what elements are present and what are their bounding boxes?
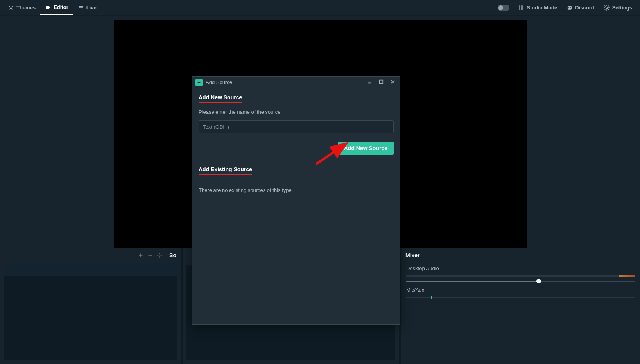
svg-point-1 bbox=[570, 7, 571, 8]
columns-icon bbox=[518, 5, 524, 11]
add-source-modal: Add Source Add New Source Please enter t… bbox=[192, 76, 400, 325]
maximize-button[interactable] bbox=[379, 79, 384, 85]
svg-point-5 bbox=[199, 82, 201, 83]
svg-rect-6 bbox=[380, 80, 383, 84]
mixer-label-mic: Mic/Aux bbox=[406, 287, 635, 293]
scenes-list[interactable] bbox=[4, 263, 177, 360]
nav-editor[interactable]: Editor bbox=[40, 0, 73, 15]
nav-live-label: Live bbox=[86, 5, 97, 11]
section-add-existing: Add Existing Source bbox=[199, 166, 252, 175]
section-add-new: Add New Source bbox=[199, 94, 242, 103]
mixer-label-desktop: Desktop Audio bbox=[406, 265, 635, 271]
nav-live[interactable]: Live bbox=[73, 0, 101, 15]
mixer-panel: Mixer Desktop Audio Mic/Aux bbox=[401, 248, 640, 364]
nav-themes[interactable]: Themes bbox=[3, 0, 40, 15]
svg-point-4 bbox=[198, 82, 199, 83]
minimize-button[interactable] bbox=[367, 79, 372, 85]
source-name-prompt: Please enter the name of the source bbox=[199, 109, 394, 115]
discord-icon bbox=[566, 5, 573, 11]
mixer-panel-header: Mixer bbox=[401, 248, 640, 261]
mixer-body: Desktop Audio Mic/Aux bbox=[401, 261, 640, 303]
svg-point-2 bbox=[606, 7, 608, 9]
top-nav: Themes Editor Live Studio Mode Discord S… bbox=[0, 0, 640, 16]
source-name-input[interactable] bbox=[199, 120, 394, 133]
themes-icon bbox=[8, 5, 14, 11]
scene-row[interactable] bbox=[4, 263, 177, 276]
gear-icon[interactable] bbox=[157, 253, 162, 258]
modal-titlebar[interactable]: Add Source bbox=[192, 77, 400, 88]
modal-body: Add New Source Please enter the name of … bbox=[192, 88, 400, 199]
mixer-item-mic: Mic/Aux bbox=[401, 282, 640, 303]
scenes-panel-header: So bbox=[0, 248, 181, 261]
add-icon[interactable] bbox=[138, 253, 143, 258]
svg-point-3 bbox=[159, 255, 160, 256]
modal-title: Add Source bbox=[206, 79, 232, 85]
close-button[interactable] bbox=[391, 79, 395, 85]
nav-themes-label: Themes bbox=[16, 5, 36, 11]
add-new-source-button[interactable]: Add New Source bbox=[338, 142, 394, 155]
mixer-panel-title: Mixer bbox=[405, 252, 420, 258]
nav-studio-mode-label: Studio Mode bbox=[527, 5, 557, 11]
mixer-item-desktop: Desktop Audio bbox=[401, 261, 640, 282]
camera-icon bbox=[45, 4, 51, 11]
nav-settings-label: Settings bbox=[612, 5, 632, 11]
remove-icon[interactable] bbox=[147, 253, 153, 258]
scenes-panel: So bbox=[0, 248, 181, 364]
app-icon bbox=[195, 79, 203, 86]
audio-meter-desktop bbox=[406, 275, 635, 277]
nav-discord[interactable]: Discord bbox=[562, 0, 599, 15]
existing-sources-empty: There are no existing sources of this ty… bbox=[199, 187, 394, 193]
workspace: So Mixer Desktop Audio bbox=[0, 16, 640, 364]
night-mode-toggle[interactable] bbox=[498, 5, 509, 11]
nav-settings[interactable]: Settings bbox=[599, 0, 637, 15]
live-icon bbox=[78, 5, 84, 11]
nav-studio-mode[interactable]: Studio Mode bbox=[513, 0, 562, 15]
nav-discord-label: Discord bbox=[575, 5, 594, 11]
nav-editor-label: Editor bbox=[54, 4, 68, 10]
audio-meter-mic bbox=[406, 297, 635, 298]
volume-slider-desktop[interactable] bbox=[406, 281, 635, 282]
svg-point-0 bbox=[568, 7, 569, 8]
gear-icon bbox=[604, 5, 610, 11]
sources-panel-title: So bbox=[169, 252, 176, 258]
